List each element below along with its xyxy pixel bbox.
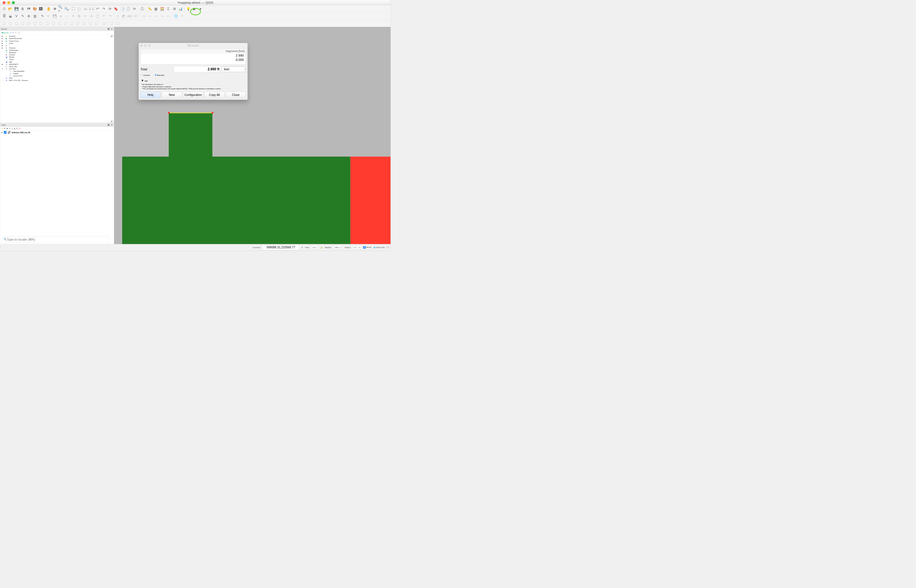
identify-button[interactable]: ⓘ [139, 6, 145, 12]
open-project-button[interactable]: 📂 [8, 6, 13, 12]
zoom-next-button[interactable]: ↷ [101, 6, 107, 12]
dialog-zoom-dot[interactable] [148, 44, 151, 47]
coord-input[interactable] [263, 245, 299, 250]
l4-button[interactable]: ▭ [159, 13, 165, 19]
browser-item[interactable]: ◒GeoPackage [1, 49, 113, 52]
browser-item[interactable]: ⊕WCS [1, 77, 113, 79]
zoom-last-button[interactable]: ↶ [95, 6, 100, 12]
expand-icon[interactable]: ▶ [2, 63, 4, 65]
browser-item[interactable]: ⊞stamen toner [1, 75, 113, 77]
browser-item[interactable]: ⊕WFS / OGC API - Features [1, 79, 113, 82]
total-value-input[interactable] [174, 66, 221, 72]
stats-button[interactable]: Σ [165, 6, 171, 12]
browser-item[interactable]: ▶⊞WMS/WMTS [1, 63, 113, 65]
render-checkbox[interactable]: Render [363, 246, 371, 249]
l3-button[interactable]: ▭ [153, 13, 159, 19]
unit-select[interactable]: feet [222, 66, 246, 72]
action-button[interactable]: ▾ [198, 6, 204, 12]
d7-button[interactable]: ▢ [38, 20, 44, 26]
zoom-selection-button[interactable]: ⬚ [76, 6, 82, 12]
d2-button[interactable]: ▢ [8, 20, 13, 26]
help-button[interactable]: ? [179, 13, 185, 19]
messages-icon[interactable]: 💬 [387, 247, 389, 248]
collapse-all-icon[interactable]: ⇱ [16, 128, 18, 129]
browser-item[interactable]: ⊞Vector Tiles [1, 65, 113, 68]
filter-legend-icon[interactable]: ▼ [9, 128, 11, 129]
expand-icon[interactable]: ▶ [2, 35, 4, 37]
expression-icon[interactable]: ε [12, 128, 12, 129]
magnifier-spin[interactable]: 100% ▴▾ [333, 246, 343, 249]
l5-button[interactable]: ▭ [165, 13, 171, 19]
expand-icon[interactable]: ▶ [2, 45, 4, 47]
refresh-button[interactable]: ⟳ [107, 6, 113, 12]
bookmarks-button[interactable]: 📑 [119, 6, 125, 12]
crs-button[interactable]: 🌐EPSG:2263 [374, 247, 385, 248]
zoom-full-button[interactable]: ⛶ [70, 6, 76, 12]
d8-button[interactable]: ▢ [44, 20, 50, 26]
layer-row[interactable]: ▶ landcover_2010_nyc_3ft [0, 130, 114, 135]
tree-scroll-down[interactable]: ▾ [110, 120, 113, 123]
undo-button[interactable]: ↶ [101, 13, 107, 19]
field-calc-button[interactable]: 🧮 [159, 6, 165, 12]
node-tool-button[interactable]: ✦ [70, 13, 76, 19]
run-button[interactable]: ▶ [192, 6, 197, 12]
locator-input[interactable] [2, 236, 109, 243]
pan-button[interactable]: ✋ [46, 6, 52, 12]
measure-dialog[interactable]: Measure Segments [feet] 2.990 0.000 Tota… [139, 43, 248, 100]
new-project-button[interactable]: 🗋 [2, 6, 7, 12]
abc-button[interactable]: abc [127, 13, 133, 19]
style-icon[interactable]: ✎ [2, 128, 3, 129]
deselect-button[interactable]: ◻ [115, 13, 121, 19]
rotation-spin[interactable]: 0.0 ° ▴▾ [353, 246, 361, 249]
toolbox-button[interactable]: 📊 [178, 6, 183, 12]
d10-button[interactable]: ▢ [57, 20, 62, 26]
dialog-min-dot[interactable] [144, 44, 147, 47]
add-feature-button[interactable]: ● [58, 13, 64, 19]
current-edits-button[interactable]: ✎ [40, 13, 45, 19]
tree-scroll-up[interactable]: ▴ [110, 35, 113, 37]
web-button[interactable]: 🌐 [173, 13, 179, 19]
configuration-button[interactable]: Configuration [183, 92, 203, 98]
d13-button[interactable]: ▢ [75, 20, 81, 26]
redo-button[interactable]: ↷ [107, 13, 113, 19]
lock-scale-icon[interactable]: 🔒 [320, 247, 323, 248]
browser-item[interactable]: ▣DB2 [1, 61, 113, 63]
poly-yellow2-button[interactable]: ▢ [115, 20, 121, 26]
zoom-out-button[interactable]: 🔍- [64, 6, 70, 12]
temporal-button[interactable]: 🕘 [126, 6, 131, 12]
new-spatialite-button[interactable]: ✎ [20, 13, 26, 19]
help-button[interactable]: Help [141, 92, 160, 98]
scale-combo[interactable]: 1:29 ▾ [311, 246, 318, 249]
collapse-icon[interactable]: ⇱ [15, 32, 17, 34]
expand-icon[interactable]: ▼ [2, 68, 4, 70]
d14-button[interactable]: ▢ [81, 20, 87, 26]
panel-close-icon[interactable]: ✕ [110, 27, 113, 30]
open-datasource-button[interactable]: 🗄 [2, 13, 7, 19]
remove-layer-icon[interactable]: ⊟ [19, 128, 20, 129]
d6-button[interactable]: ▢ [32, 20, 38, 26]
print-layout-button[interactable]: 🗺 [26, 6, 32, 12]
expand-icon[interactable]: ▶ [2, 38, 4, 39]
browser-item[interactable]: ▶⌂Home [1, 42, 113, 45]
panel-undock-icon[interactable]: ◧ [107, 27, 110, 30]
attributes-button[interactable]: ▦ [153, 6, 159, 12]
zoom-native-button[interactable]: 1:1 [89, 6, 94, 12]
toggle-extents-icon[interactable]: ✶ [301, 247, 303, 248]
browser-item[interactable]: ⊞OpenStreetMap [1, 70, 113, 72]
panel-undock-icon[interactable]: ◧ [107, 123, 110, 126]
move-feature-button[interactable]: ↔ [64, 13, 70, 19]
pan-to-selection-button[interactable]: ✥ [52, 6, 58, 12]
new-bookmark-button[interactable]: 🔖 [113, 6, 119, 12]
properties-icon[interactable]: ⓘ [18, 32, 19, 34]
d3-button[interactable]: ▢ [13, 20, 19, 26]
l2-button[interactable]: ▭ [147, 13, 153, 19]
close-button[interactable]: Close [226, 92, 246, 98]
layer-expand-icon[interactable]: ▶ [2, 131, 3, 133]
labels-button[interactable]: 🏷 [133, 13, 139, 19]
delete-button[interactable]: 🗑 [76, 13, 82, 19]
save-project-button[interactable]: 💾 [13, 6, 19, 12]
d16-button[interactable]: ▢ [93, 20, 99, 26]
toggle-edit-button[interactable]: ✏ [46, 13, 52, 19]
filter-icon[interactable]: ▼ [12, 32, 14, 34]
select-by-button[interactable]: ◩ [121, 13, 127, 19]
